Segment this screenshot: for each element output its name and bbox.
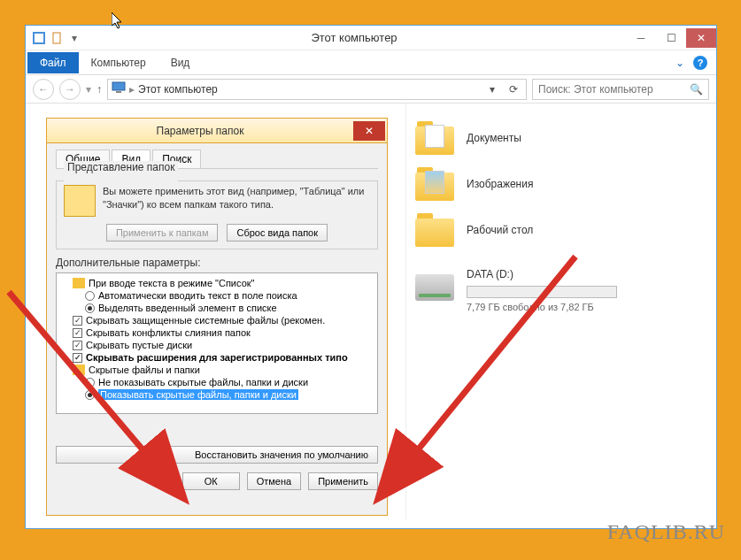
svg-rect-2 [53, 33, 60, 43]
apply-button[interactable]: Применить [308, 472, 378, 490]
minimize-button[interactable]: ─ [626, 28, 656, 48]
search-box[interactable]: 🔍 [532, 79, 709, 100]
radio[interactable] [85, 378, 95, 387]
qat-properties-icon[interactable] [49, 30, 65, 46]
ribbon-expand-icon[interactable]: ⌄ [675, 57, 684, 69]
radio[interactable] [85, 291, 95, 301]
refresh-icon[interactable]: ⟳ [505, 81, 522, 98]
checkbox[interactable] [73, 316, 82, 326]
restore-defaults-button[interactable]: Восстановить значения по умолчанию [56, 446, 378, 464]
folder-desktop[interactable]: Рабочий стол [415, 213, 707, 247]
dialog-titlebar: Параметры папок ✕ [47, 119, 387, 143]
svg-rect-1 [35, 34, 43, 42]
radio[interactable] [85, 303, 95, 313]
app-icon [31, 30, 47, 46]
disk-data-d[interactable]: DATA (D:) 7,79 ГБ свободно из 7,82 ГБ [415, 268, 707, 312]
folder-icon [73, 364, 85, 375]
cancel-button[interactable]: Отмена [247, 472, 301, 490]
disk-icon [415, 274, 454, 301]
search-input[interactable] [538, 83, 690, 96]
history-dropdown-icon[interactable]: ▾ [86, 83, 91, 96]
folder-images[interactable]: Изображения [415, 167, 707, 201]
svg-rect-3 [112, 82, 125, 90]
addr-dropdown-icon[interactable]: ▾ [483, 81, 501, 98]
svg-rect-4 [116, 91, 121, 93]
folder-view-icon [64, 185, 96, 217]
back-button[interactable]: ← [33, 79, 54, 100]
up-button[interactable]: ↑ [96, 83, 102, 96]
disk-usage-bar [467, 286, 617, 298]
maximize-button[interactable]: ☐ [656, 28, 686, 48]
close-button[interactable]: ✕ [686, 28, 716, 48]
folder-options-dialog: Параметры папок ✕ Общие Вид Поиск Предст… [46, 118, 388, 516]
right-pane: Документы Изображения Рабочий стол DATA … [406, 104, 716, 519]
help-icon[interactable]: ? [693, 56, 707, 70]
checkbox[interactable] [73, 341, 82, 350]
apply-to-folders-button[interactable]: Применить к папкам [106, 224, 219, 242]
address-bar[interactable]: ▸ Этот компьютер ▾ ⟳ [107, 79, 527, 100]
folder-icon [73, 278, 85, 288]
titlebar: ▾ Этот компьютер ─ ☐ ✕ [26, 26, 716, 50]
file-tab[interactable]: Файл [27, 52, 79, 73]
ribbon: Файл Компьютер Вид ⌄ ? [26, 50, 716, 75]
folder-icon [415, 167, 454, 201]
dialog-close-button[interactable]: ✕ [353, 121, 385, 141]
computer-tab[interactable]: Компьютер [79, 52, 158, 73]
folder-icon [415, 213, 454, 247]
watermark: FAQLIB.RU [607, 520, 725, 544]
reset-folders-button[interactable]: Сброс вида папок [227, 224, 328, 242]
radio[interactable] [85, 390, 95, 400]
checkbox[interactable] [73, 353, 82, 363]
advanced-settings-tree[interactable]: При вводе текста в режиме "Список" Автом… [56, 272, 378, 414]
search-icon[interactable]: 🔍 [690, 83, 703, 96]
folder-documents[interactable]: Документы [415, 121, 707, 155]
forward-button[interactable]: → [59, 79, 81, 100]
folder-views-group: Представление папок Вы можете применить … [56, 174, 378, 249]
pc-icon [112, 81, 126, 96]
breadcrumb: Этот компьютер [138, 83, 480, 96]
folder-icon [415, 121, 454, 155]
view-tab[interactable]: Вид [158, 52, 203, 73]
nav-row: ← → ▾ ↑ ▸ Этот компьютер ▾ ⟳ 🔍 [26, 75, 716, 104]
window-title: Этот компьютер [82, 31, 626, 44]
ok-button[interactable]: ОК [182, 472, 240, 490]
qat-dropdown-icon[interactable]: ▾ [66, 30, 82, 46]
checkbox[interactable] [73, 328, 82, 338]
